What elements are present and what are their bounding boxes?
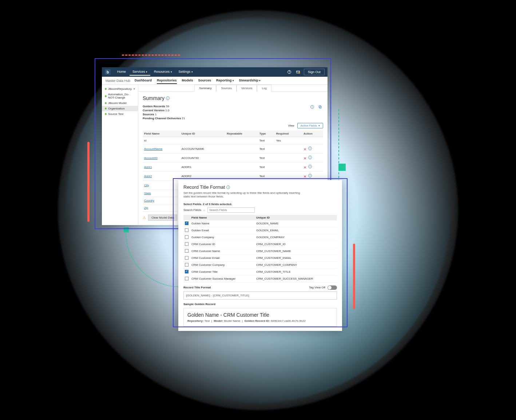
info-icon[interactable]: i [226, 185, 230, 189]
sample-label: Sample Golden Record [183, 303, 337, 306]
sidebar-item[interactable]: JBoomi Model [102, 100, 138, 106]
search-fields-input[interactable] [207, 207, 255, 213]
checkbox[interactable] [185, 256, 188, 260]
table-row: Addr1ADDR1Text✕ [143, 163, 323, 172]
info-icon[interactable] [308, 175, 312, 179]
checkbox[interactable] [185, 263, 188, 267]
delete-icon[interactable]: ✕ [303, 165, 306, 169]
status-dot-icon [105, 102, 107, 104]
decorative-accent [338, 164, 346, 171]
copy-icon[interactable] [318, 105, 323, 110]
checkbox[interactable] [185, 228, 188, 232]
table-row: CRM Customer Success ManagerCRM_CUSTOMER… [183, 275, 337, 282]
info-icon[interactable]: i [166, 96, 170, 100]
panel-title: Record Title Formati [183, 184, 337, 190]
view-dropdown[interactable]: Active Fields▾ [297, 123, 323, 128]
table-row: CRM Customer IDCRM_CUSTOMER_ID [183, 241, 337, 248]
sidebar-item[interactable]: Source Test [102, 111, 138, 117]
column-header: Action [302, 131, 323, 137]
sidebar-item[interactable]: Organization [102, 106, 138, 111]
clear-model-data-button[interactable]: Clear Model Data [148, 215, 177, 221]
checkbox[interactable] [185, 221, 188, 225]
field-link[interactable]: AccountID [144, 156, 158, 160]
svg-point-6 [312, 106, 313, 106]
checkbox[interactable] [185, 277, 188, 280]
tab-versions[interactable]: Versions [237, 85, 257, 92]
table-row: Golden EmailGOLDEN_EMAIL [183, 227, 337, 234]
status-dot-icon [105, 113, 107, 115]
details-icon[interactable] [310, 105, 315, 110]
svg-rect-8 [319, 105, 321, 108]
mail-alert-icon[interactable] [295, 69, 301, 75]
decorative-accent [87, 142, 90, 222]
svg-point-17 [310, 165, 310, 166]
svg-point-11 [310, 147, 310, 148]
subnav-item-models[interactable]: Models [182, 77, 193, 84]
field-link[interactable]: Addr2 [144, 175, 152, 178]
table-row: CRM Customer NameCRM_CUSTOMER_NAME [183, 248, 337, 255]
breadcrumb: Master Data Hub [106, 79, 130, 83]
table-row: CRM Customer TitleCRM_CUSTOMER_TITLE [183, 268, 337, 275]
tag-view-label: Tag View Off [309, 286, 325, 289]
topbar: b HomeServices ▾Resources ▾Settings ▾ Si… [102, 67, 328, 77]
subnav-item-repositories[interactable]: Repositories [157, 77, 177, 84]
tab-sources[interactable]: Sources [216, 85, 236, 92]
field-link[interactable]: Addr1 [144, 165, 152, 169]
info-icon[interactable] [308, 148, 312, 151]
field-link[interactable]: City [144, 184, 149, 187]
sidebar-item[interactable]: Automation_Do-NOT-Change [102, 92, 138, 100]
tag-view-toggle[interactable] [328, 285, 337, 290]
checkbox[interactable] [185, 242, 188, 246]
subnav-item-stewardship[interactable]: Stewardship ▾ [239, 77, 261, 84]
topnav-item-settings[interactable]: Settings ▾ [176, 68, 196, 76]
checkbox[interactable] [185, 235, 188, 239]
checkbox[interactable] [185, 249, 188, 253]
table-row: AccountIDACCOUNTIDText✕ [143, 153, 323, 163]
column-header: Type [258, 131, 275, 137]
field-link[interactable]: State [144, 192, 151, 195]
svg-point-14 [310, 156, 310, 157]
record-title-format-panel: Record Title Formati Set the golden reco… [178, 180, 342, 331]
column-header: Unique ID [180, 131, 226, 137]
delete-icon[interactable]: ✕ [303, 156, 306, 160]
subnav-item-dashboard[interactable]: Dashboard [135, 77, 152, 84]
sample-title: Golden Name - CRM Customer Title [187, 312, 333, 318]
tab-summary[interactable]: Summary [194, 85, 216, 92]
table-row: Golden CompanyGOLDEN_COMPANY [183, 234, 337, 241]
tab-log[interactable]: Log [257, 85, 271, 92]
sidebar: JBoomiRepository ▾ Automation_Do-NOT-Cha… [102, 85, 138, 225]
info-icon[interactable] [308, 166, 312, 169]
delete-icon[interactable]: ✕ [303, 147, 306, 151]
chevron-down-icon: ▾ [258, 79, 261, 82]
chevron-down-icon: ▾ [318, 124, 320, 127]
chevron-down-icon: ▾ [171, 71, 172, 73]
chevron-down-icon: ▾ [134, 87, 135, 91]
decorative-accent [124, 227, 129, 232]
field-link[interactable]: Country [144, 199, 154, 202]
info-icon[interactable] [308, 157, 312, 160]
status-dot-icon [105, 108, 107, 109]
help-icon[interactable] [286, 69, 292, 75]
delete-icon[interactable]: ✕ [303, 175, 306, 179]
topnav-item-resources[interactable]: Resources ▾ [151, 68, 175, 76]
format-value-box[interactable]: {GOLDEN_NAME} - {CRM_CUSTOMER_TITLE} [183, 291, 337, 300]
topnav-item-home[interactable]: Home [114, 68, 129, 76]
checkbox[interactable] [185, 270, 188, 273]
repo-selector[interactable]: JBoomiRepository ▾ [102, 86, 138, 92]
select-fields-label: Select Fields. 2 of 3 fields selected. [183, 203, 337, 206]
decorative-accent [353, 244, 355, 309]
column-header: Required [275, 131, 302, 137]
topnav-item-services[interactable]: Services ▾ [130, 68, 150, 76]
chevron-down-icon: ▾ [191, 71, 193, 73]
field-link[interactable]: Zip [144, 206, 148, 209]
svg-point-3 [298, 72, 300, 74]
chevron-down-icon: ▾ [232, 79, 234, 82]
page-title: Summaryi [143, 95, 323, 101]
subnav-item-sources[interactable]: Sources [198, 77, 211, 84]
subnav-item-reporting[interactable]: Reporting ▾ [216, 77, 234, 84]
svg-rect-7 [319, 106, 321, 108]
field-link[interactable]: AccountName [144, 147, 162, 151]
sign-out-button[interactable]: Sign Out [304, 69, 325, 75]
view-label: View [288, 124, 294, 127]
svg-point-20 [310, 175, 310, 175]
